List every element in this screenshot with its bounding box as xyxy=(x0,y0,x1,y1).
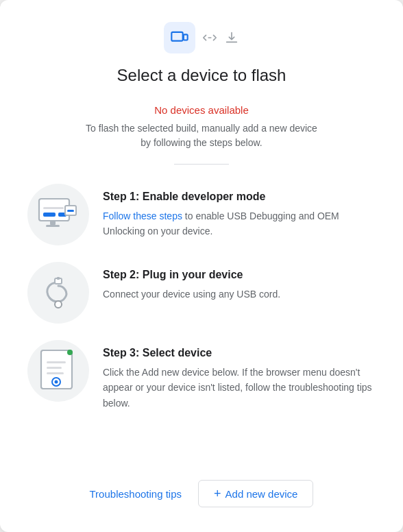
svg-rect-6 xyxy=(43,207,64,209)
plus-icon: + xyxy=(214,487,221,500)
svg-rect-12 xyxy=(57,277,60,280)
add-device-label: Add new device xyxy=(225,488,298,500)
svg-rect-0 xyxy=(171,32,182,41)
steps-list: Step 1: Enable developer mode Follow the… xyxy=(27,184,376,411)
step-1-title: Step 1: Enable developer mode xyxy=(103,191,376,203)
main-card: Select a device to flash No devices avai… xyxy=(0,0,403,532)
step-2: Step 2: Plug in your device Connect your… xyxy=(27,262,376,324)
step-3: Step 3: Select device Click the Add new … xyxy=(27,340,376,411)
step-3-content: Step 3: Select device Click the Add new … xyxy=(103,340,376,411)
svg-rect-17 xyxy=(47,367,62,369)
step-2-icon xyxy=(27,262,89,324)
svg-point-13 xyxy=(55,301,62,308)
svg-rect-16 xyxy=(47,361,66,363)
step-1-desc: Follow these steps to enable USB Debuggi… xyxy=(103,208,376,239)
svg-rect-10 xyxy=(67,210,74,212)
svg-rect-8 xyxy=(46,225,60,227)
step-2-title: Step 2: Plug in your device xyxy=(103,269,376,281)
svg-rect-1 xyxy=(184,34,188,40)
no-devices-status: No devices available xyxy=(154,104,249,116)
top-icons xyxy=(164,22,239,53)
divider xyxy=(174,164,229,165)
svg-point-20 xyxy=(55,380,58,384)
page-title: Select a device to flash xyxy=(117,66,286,85)
svg-rect-7 xyxy=(50,221,56,225)
troubleshooting-tips-link[interactable]: Troubleshooting tips xyxy=(90,488,182,500)
svg-rect-18 xyxy=(47,372,64,374)
device-icon xyxy=(164,22,195,53)
step-1: Step 1: Enable developer mode Follow the… xyxy=(27,184,376,245)
svg-point-15 xyxy=(67,350,73,355)
step-3-icon xyxy=(27,340,89,402)
add-new-device-button[interactable]: + Add new device xyxy=(198,480,313,507)
download-icon xyxy=(224,30,239,45)
step-3-desc: Click the Add new device below. If the b… xyxy=(103,365,376,411)
svg-rect-4 xyxy=(43,213,56,217)
step-1-content: Step 1: Enable developer mode Follow the… xyxy=(103,184,376,239)
subtitle-text: To flash the selected build, manually ad… xyxy=(85,121,318,150)
follow-steps-link[interactable]: Follow these steps xyxy=(103,210,182,221)
step-1-icon xyxy=(27,184,89,245)
arrow-icon xyxy=(202,30,217,45)
footer: Troubleshooting tips + Add new device xyxy=(27,474,376,507)
step-3-title: Step 3: Select device xyxy=(103,347,376,359)
step-2-content: Step 2: Plug in your device Connect your… xyxy=(103,262,376,302)
step-2-desc: Connect your device using any USB cord. xyxy=(103,287,376,302)
